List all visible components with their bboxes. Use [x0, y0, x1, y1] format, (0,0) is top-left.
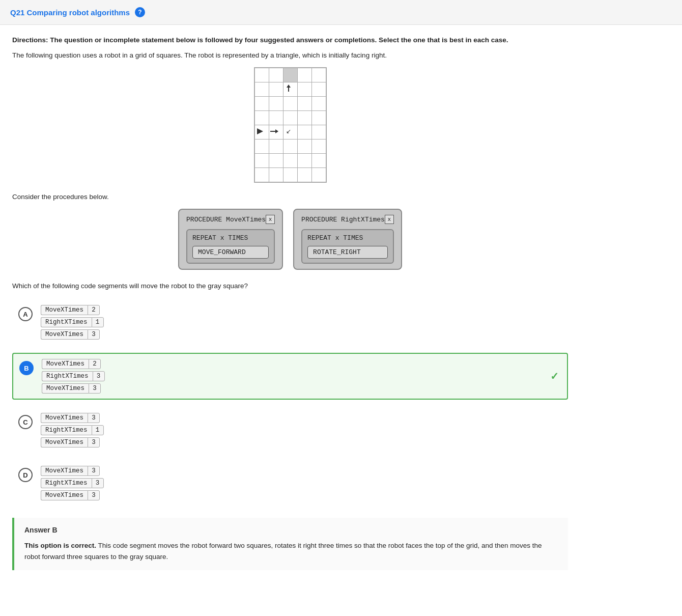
grid-cell: [269, 97, 283, 111]
grid-cell: [297, 111, 311, 125]
code-func: RightXTimes: [41, 478, 92, 488]
procedure-move: PROCEDURE MoveXTimes x REPEAT x TIMES MO…: [178, 209, 283, 270]
grid-cell: [311, 97, 326, 111]
rotate-right-btn: ROTATE_RIGHT: [307, 246, 388, 259]
grid-cell: [311, 125, 326, 139]
option-label-d: D: [18, 468, 33, 482]
code-func: MoveXTimes: [41, 305, 88, 315]
code-line: MoveXTimes3: [42, 383, 105, 394]
grid-cell: [269, 68, 283, 82]
page-header: Q21 Comparing robot algorithms ?: [0, 0, 682, 25]
grid-cell: [297, 139, 311, 154]
code-lines-d: MoveXTimes3RightXTimes3MoveXTimes3: [41, 466, 104, 500]
answer-option-b[interactable]: BMoveXTimes2RightXTimes3MoveXTimes3✓: [12, 353, 568, 400]
grid-cell: [254, 111, 269, 125]
procedures-container: PROCEDURE MoveXTimes x REPEAT x TIMES MO…: [12, 209, 568, 270]
code-func: RightXTimes: [41, 425, 92, 435]
code-func: MoveXTimes: [41, 437, 88, 447]
code-func: MoveXTimes: [42, 383, 89, 394]
code-line: MoveXTimes3: [41, 466, 104, 476]
code-line: MoveXTimes3: [41, 490, 104, 500]
grid-cell: [269, 125, 283, 139]
option-label-b: B: [19, 361, 34, 375]
code-lines-c: MoveXTimes3RightXTimes1MoveXTimes3: [41, 413, 104, 447]
code-param: 3: [93, 371, 105, 381]
correct-checkmark: ✓: [550, 370, 559, 382]
code-param: 3: [88, 437, 100, 447]
code-param: 1: [92, 317, 104, 327]
code-param: 3: [88, 466, 100, 476]
code-func: MoveXTimes: [41, 466, 88, 476]
grid-cell: [311, 154, 326, 168]
grid-cell: [254, 125, 269, 139]
code-param: 2: [89, 359, 101, 369]
grid-cell: [269, 111, 283, 125]
grid-cell: [269, 154, 283, 168]
help-icon[interactable]: ?: [135, 7, 145, 17]
svg-marker-1: [287, 85, 291, 88]
robot-grid: ↙: [254, 67, 327, 183]
grid-cell: [254, 168, 269, 182]
answer-options-container: AMoveXTimes2RightXTimes1MoveXTimes3BMove…: [12, 300, 568, 506]
grid-cell: [311, 111, 326, 125]
grid-cell: [311, 168, 326, 182]
grid-cell: [283, 97, 297, 111]
answer-option-a[interactable]: AMoveXTimes2RightXTimes1MoveXTimes3: [12, 300, 568, 345]
code-func: MoveXTimes: [41, 329, 88, 340]
grid-cell: [283, 82, 297, 97]
grid-cell: [297, 82, 311, 97]
answer-option-d[interactable]: DMoveXTimes3RightXTimes3MoveXTimes3: [12, 461, 568, 506]
svg-marker-4: [275, 129, 278, 133]
repeat-line-move: REPEAT x TIMES: [192, 234, 269, 242]
grid-cell: [297, 68, 311, 82]
intro-text: The following question uses a robot in a…: [12, 51, 568, 59]
grid-cell: [283, 168, 297, 182]
code-line: MoveXTimes3: [41, 329, 104, 340]
grid-cell: [311, 139, 326, 154]
grid-cell: [297, 154, 311, 168]
code-lines-a: MoveXTimes2RightXTimes1MoveXTimes3: [41, 305, 104, 340]
code-line: MoveXTimes3: [41, 413, 104, 423]
code-line: RightXTimes3: [41, 478, 104, 488]
code-line: MoveXTimes2: [42, 359, 105, 369]
close-right-btn[interactable]: x: [385, 215, 394, 224]
code-param: 3: [88, 490, 100, 500]
code-line: RightXTimes1: [41, 425, 104, 435]
option-label-a: A: [18, 307, 33, 321]
consider-text: Consider the procedures below.: [12, 193, 568, 201]
grid-cell: [283, 111, 297, 125]
grid-cell: [254, 154, 269, 168]
move-forward-btn: MOVE_FORWARD: [192, 246, 269, 259]
directions-text: Directions: The question or incomplete s…: [12, 35, 568, 45]
code-line: MoveXTimes3: [41, 437, 104, 447]
grid-cell: [254, 82, 269, 97]
procedure-move-header: PROCEDURE MoveXTimes x: [186, 215, 275, 224]
grid-cell: [283, 139, 297, 154]
robot-grid-container: ↙: [12, 67, 568, 183]
answer-explanation: This option is correct. This code segmen…: [24, 540, 558, 562]
grid-cell: [311, 82, 326, 97]
grid-cell: ↙: [283, 125, 297, 139]
grid-cell: [297, 168, 311, 182]
code-param: 3: [88, 329, 100, 340]
procedure-right-name: PROCEDURE RightXTimes: [301, 216, 385, 223]
option-label-c: C: [18, 415, 33, 429]
code-param: 2: [88, 305, 100, 315]
code-func: RightXTimes: [42, 371, 93, 381]
grid-cell: [269, 82, 283, 97]
code-func: MoveXTimes: [42, 359, 89, 369]
answer-option-c[interactable]: CMoveXTimes3RightXTimes1MoveXTimes3: [12, 408, 568, 453]
answer-label: Answer B: [24, 526, 558, 534]
grid-cell: [269, 139, 283, 154]
answer-text: This code segment moves the robot forwar…: [24, 542, 542, 561]
question-text: Which of the following code segments wil…: [12, 282, 568, 290]
grid-cell: [254, 68, 269, 82]
page-title: Q21 Comparing robot algorithms: [10, 8, 130, 17]
grid-cell: [254, 97, 269, 111]
code-lines-b: MoveXTimes2RightXTimes3MoveXTimes3: [42, 359, 105, 394]
close-move-btn[interactable]: x: [266, 215, 275, 224]
code-param: 3: [88, 413, 100, 423]
answer-section: Answer B This option is correct. This co…: [12, 518, 568, 570]
code-func: MoveXTimes: [41, 413, 88, 423]
grid-cell: [297, 125, 311, 139]
